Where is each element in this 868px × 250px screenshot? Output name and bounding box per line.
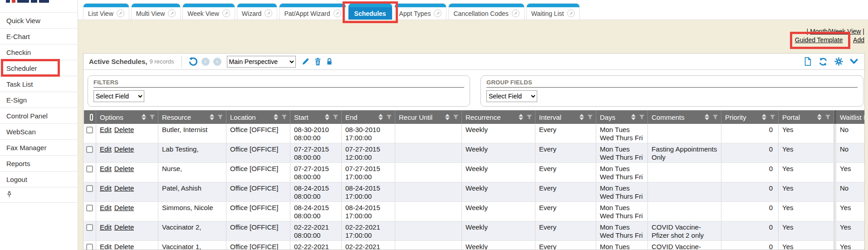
delete-link[interactable]: Delete bbox=[114, 223, 134, 231]
filter-funnel-icon[interactable] bbox=[149, 114, 155, 120]
delete-link[interactable]: Delete bbox=[114, 204, 134, 211]
sort-icon[interactable] bbox=[817, 114, 822, 120]
edit-pencil-icon[interactable] bbox=[301, 57, 310, 66]
row-checkbox[interactable] bbox=[86, 224, 93, 231]
select-all-checkbox[interactable] bbox=[90, 114, 93, 121]
filter-funnel-icon[interactable] bbox=[333, 114, 338, 120]
open-external-icon[interactable]: ↗ bbox=[117, 10, 124, 17]
filter-funnel-icon[interactable] bbox=[386, 114, 392, 120]
edit-link[interactable]: Edit bbox=[100, 243, 112, 250]
open-external-icon[interactable]: ↗ bbox=[333, 10, 341, 17]
open-external-icon[interactable]: ↗ bbox=[434, 10, 441, 17]
trash-icon[interactable] bbox=[314, 57, 322, 66]
edit-link[interactable]: Edit bbox=[100, 184, 112, 192]
sort-icon[interactable] bbox=[325, 114, 329, 120]
filter-funnel-icon[interactable] bbox=[217, 114, 223, 120]
column-header-location[interactable]: Location bbox=[226, 110, 290, 124]
tab-pat-appt-wizard[interactable]: Pat/Appt Wizard↗ bbox=[280, 4, 345, 20]
row-checkbox[interactable] bbox=[86, 166, 93, 172]
sidebar-item-webscan[interactable]: WebScan bbox=[0, 123, 78, 139]
edit-link[interactable]: Edit bbox=[100, 165, 112, 172]
sort-icon[interactable] bbox=[210, 114, 214, 120]
chevron-down-icon[interactable] bbox=[850, 59, 858, 64]
pin-button[interactable] bbox=[0, 187, 78, 203]
open-external-icon[interactable]: ↗ bbox=[168, 10, 176, 17]
sort-icon[interactable] bbox=[705, 114, 709, 120]
column-header-days[interactable]: Days bbox=[596, 110, 648, 124]
lock-icon[interactable] bbox=[326, 57, 333, 66]
column-header-comments[interactable]: Comments bbox=[648, 110, 721, 124]
filter-funnel-icon[interactable] bbox=[712, 114, 718, 120]
open-external-icon[interactable]: ↗ bbox=[512, 10, 520, 17]
perspective-select[interactable]: Main Perspective bbox=[227, 56, 296, 68]
sort-icon[interactable] bbox=[378, 114, 383, 120]
refresh-icon[interactable] bbox=[819, 57, 828, 66]
sort-icon[interactable] bbox=[631, 114, 636, 120]
tab-multi-view[interactable]: Multi View↗ bbox=[132, 4, 181, 20]
tab-cancellation-codes[interactable]: Cancellation Codes↗ bbox=[449, 4, 524, 20]
tab-waiting-list[interactable]: Waiting List↗ bbox=[527, 4, 579, 20]
row-checkbox[interactable] bbox=[86, 205, 93, 211]
open-external-icon[interactable]: ↗ bbox=[265, 10, 272, 17]
new-document-icon[interactable] bbox=[804, 57, 812, 66]
open-external-icon[interactable]: ↗ bbox=[222, 10, 230, 17]
delete-link[interactable]: Delete bbox=[114, 184, 134, 192]
sort-icon[interactable] bbox=[519, 114, 523, 120]
sidebar-item-e-chart[interactable]: E-Chart bbox=[0, 28, 78, 44]
filter-funnel-icon[interactable] bbox=[639, 114, 645, 120]
gear-icon[interactable] bbox=[834, 57, 843, 66]
edit-link[interactable]: Edit bbox=[100, 223, 112, 231]
delete-link[interactable]: Delete bbox=[114, 145, 134, 153]
tab-list-view[interactable]: List View↗ bbox=[83, 4, 129, 20]
column-header-options[interactable]: Options bbox=[96, 110, 158, 124]
undo-icon[interactable] bbox=[188, 57, 198, 66]
column-header-priority[interactable]: Priority bbox=[721, 110, 779, 124]
sort-icon[interactable] bbox=[762, 114, 766, 120]
row-checkbox[interactable] bbox=[86, 244, 93, 250]
sort-icon[interactable] bbox=[579, 114, 584, 120]
sort-icon[interactable] bbox=[274, 114, 278, 120]
filter-funnel-icon[interactable] bbox=[526, 114, 532, 120]
row-checkbox[interactable] bbox=[86, 127, 93, 133]
delete-link[interactable]: Delete bbox=[114, 243, 134, 250]
month-week-view-link[interactable]: Month/Week View bbox=[810, 28, 861, 35]
tab-schedules[interactable]: Schedules bbox=[348, 4, 392, 20]
column-header-recurrence[interactable]: Recurrence bbox=[462, 110, 535, 124]
filter-funnel-icon[interactable] bbox=[770, 114, 775, 120]
sidebar-item-reports[interactable]: Reports bbox=[0, 155, 78, 171]
sidebar-item-scheduler[interactable]: Scheduler bbox=[0, 60, 78, 76]
open-external-icon[interactable]: ↗ bbox=[567, 10, 575, 17]
tab-wizard[interactable]: Wizard↗ bbox=[237, 4, 277, 20]
add-link[interactable]: Add bbox=[853, 36, 864, 44]
edit-link[interactable]: Edit bbox=[100, 204, 112, 211]
group-fields-field-select[interactable]: Select Field bbox=[486, 90, 537, 102]
sidebar-item-quick-view[interactable]: Quick View bbox=[0, 12, 78, 28]
sidebar-item-e-sign[interactable]: E-Sign bbox=[0, 92, 78, 108]
row-checkbox[interactable] bbox=[86, 146, 93, 153]
column-header-resource[interactable]: Resource bbox=[158, 110, 226, 124]
tab-week-view[interactable]: Week View↗ bbox=[183, 4, 235, 20]
column-header-recur-until[interactable]: Recur Until bbox=[395, 110, 462, 124]
column-header-end[interactable]: End bbox=[342, 110, 395, 124]
filters-field-select[interactable]: Select Field bbox=[93, 90, 144, 102]
column-header-portal[interactable]: Portal bbox=[779, 110, 834, 124]
sidebar-item-fax-manager[interactable]: Fax Manager bbox=[0, 139, 78, 155]
filter-funnel-icon[interactable] bbox=[587, 114, 593, 120]
edit-link[interactable]: Edit bbox=[100, 145, 112, 153]
column-header-waitlist-po[interactable]: Waitlist Po bbox=[834, 110, 865, 124]
sidebar-item-checkin[interactable]: Checkin bbox=[0, 44, 78, 60]
sidebar-item-control-panel[interactable]: Control Panel bbox=[0, 108, 78, 123]
filter-funnel-icon[interactable] bbox=[453, 114, 459, 120]
prev-icon[interactable]: ‹ bbox=[201, 58, 210, 66]
tab-appt-types[interactable]: Appt Types↗ bbox=[395, 4, 446, 20]
sort-icon[interactable] bbox=[142, 114, 146, 120]
row-checkbox[interactable] bbox=[86, 185, 93, 192]
sort-icon[interactable] bbox=[445, 114, 450, 120]
filter-funnel-icon[interactable] bbox=[825, 114, 831, 120]
delete-link[interactable]: Delete bbox=[114, 126, 134, 133]
guided-template-link[interactable]: Guided Template bbox=[795, 36, 843, 44]
column-header-start[interactable]: Start bbox=[290, 110, 342, 124]
delete-link[interactable]: Delete bbox=[114, 165, 134, 172]
edit-link[interactable]: Edit bbox=[100, 126, 112, 133]
next-icon[interactable]: › bbox=[213, 58, 221, 66]
